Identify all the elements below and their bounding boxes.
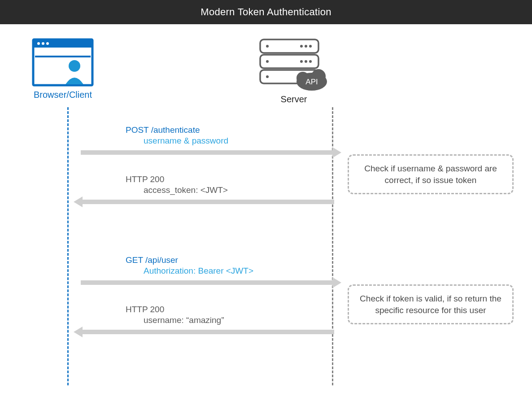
message-auth-request: POST /authenticate username & password [81, 125, 334, 155]
server-note-api: Check if token is valid, if so return th… [348, 284, 514, 324]
msg-subtitle: username: “amazing” [144, 315, 334, 325]
diagram-title: Modern Token Authentication [201, 6, 331, 18]
message-auth-response: HTTP 200 access_token: <JWT> [81, 175, 334, 204]
note-text: Check if token is valid, if so return th… [360, 294, 501, 315]
svg-point-14 [305, 45, 307, 48]
browser-window-icon [18, 38, 108, 87]
msg-title: HTTP 200 [126, 305, 334, 314]
arrow-right-icon [81, 150, 334, 155]
arrow-left-icon [81, 330, 334, 334]
svg-point-16 [300, 60, 303, 63]
diagram-title-bar: Modern Token Authentication [0, 0, 532, 24]
svg-point-15 [309, 45, 312, 48]
actor-server: API Server [249, 38, 339, 105]
actor-server-label: Server [249, 94, 339, 105]
server-stack-icon: API [249, 38, 339, 92]
msg-subtitle: Authorization: Bearer <JWT> [144, 266, 334, 276]
actor-client-label: Browser/Client [18, 90, 108, 100]
arrow-left-icon [81, 200, 334, 204]
svg-point-3 [42, 42, 44, 45]
msg-title: POST /authenticate [126, 125, 334, 135]
svg-point-13 [300, 45, 303, 48]
message-api-request: GET /api/user Authorization: Bearer <JWT… [81, 255, 334, 285]
diagram-canvas: Browser/Client [0, 24, 532, 397]
svg-point-18 [309, 60, 312, 63]
svg-point-6 [69, 60, 80, 72]
msg-subtitle: access_token: <JWT> [144, 185, 334, 195]
arrow-right-icon [81, 280, 334, 285]
svg-point-4 [46, 42, 49, 45]
actor-client: Browser/Client [18, 38, 108, 100]
msg-subtitle: username & password [144, 136, 334, 146]
api-badge-text: API [305, 78, 318, 86]
svg-point-17 [305, 60, 307, 63]
msg-title: HTTP 200 [126, 175, 334, 184]
lifeline-client [67, 107, 69, 385]
server-note-auth: Check if username & password are correct… [348, 154, 514, 194]
note-text: Check if username & password are correct… [364, 164, 497, 185]
svg-point-2 [37, 42, 40, 45]
svg-point-12 [266, 75, 269, 78]
svg-point-10 [266, 45, 269, 48]
svg-point-11 [266, 60, 269, 63]
msg-title: GET /api/user [126, 255, 334, 265]
message-api-response: HTTP 200 username: “amazing” [81, 305, 334, 334]
